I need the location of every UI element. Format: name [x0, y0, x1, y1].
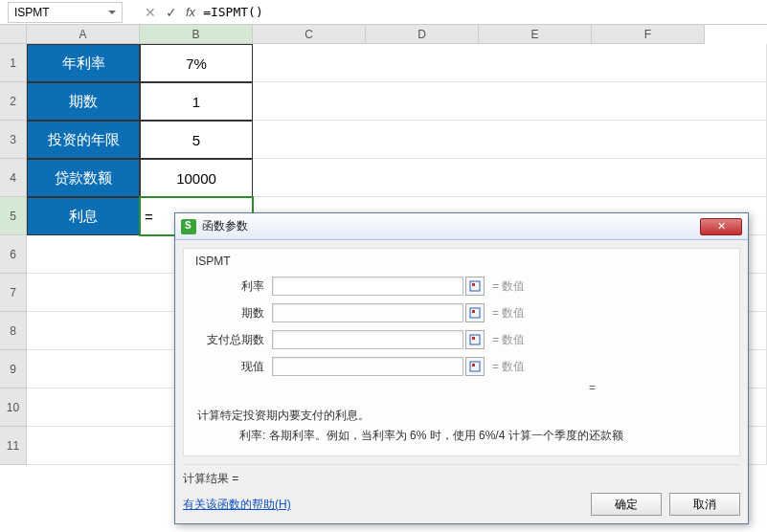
row-header-11[interactable]: 11 [0, 427, 27, 465]
cell-A5[interactable]: 利息 [27, 197, 140, 235]
spreadsheet-grid: A B C D E F [0, 25, 767, 44]
param-hint: = 数值 [492, 359, 525, 375]
param-label: 现值 [193, 359, 272, 375]
svg-rect-1 [472, 283, 475, 286]
cancel-button[interactable]: 取消 [669, 493, 740, 516]
cell-rest-4[interactable] [253, 159, 767, 197]
param-hint: = 数值 [492, 305, 525, 321]
accept-formula-icon[interactable]: ✓ [161, 5, 182, 20]
param-row: 利率= 数值 [193, 274, 730, 299]
col-header-C[interactable]: C [253, 25, 366, 44]
range-selector-icon[interactable] [465, 357, 485, 376]
cell-rest-2[interactable] [253, 82, 767, 121]
param-hint: = 数值 [492, 278, 525, 295]
param-input-0[interactable] [272, 277, 463, 296]
cell-A3[interactable]: 投资的年限 [27, 121, 140, 159]
cell-rest-3[interactable] [253, 121, 767, 159]
cell-A2[interactable]: 期数 [27, 82, 140, 121]
svg-rect-5 [472, 337, 475, 340]
help-link[interactable]: 有关该函数的帮助(H) [183, 497, 291, 513]
function-description: 计算特定投资期内要支付的利息。 [197, 408, 730, 424]
param-label: 利率 [193, 278, 272, 295]
cell-B2[interactable]: 1 [140, 82, 253, 121]
select-all-corner[interactable] [0, 25, 27, 44]
dialog-titlebar[interactable]: 函数参数 ✕ [175, 213, 748, 240]
cell-B3[interactable]: 5 [140, 121, 253, 159]
col-header-F[interactable]: F [592, 25, 705, 44]
row-header-9[interactable]: 9 [0, 350, 27, 388]
param-label: 支付总期数 [193, 332, 272, 348]
param-hint: = 数值 [492, 332, 525, 348]
row-header-1[interactable]: 1 [0, 44, 27, 82]
row-header-3[interactable]: 3 [0, 121, 27, 159]
row-header-4[interactable]: 4 [0, 159, 27, 197]
col-header-A[interactable]: A [27, 25, 140, 44]
param-input-2[interactable] [272, 330, 463, 349]
param-description: 利率: 各期利率。例如，当利率为 6% 时，使用 6%/4 计算一个季度的还款额 [239, 428, 730, 444]
col-header-D[interactable]: D [366, 25, 479, 44]
ok-button[interactable]: 确定 [591, 493, 662, 516]
param-label: 期数 [193, 305, 272, 321]
row-header-2[interactable]: 2 [0, 82, 27, 121]
cell-A4[interactable]: 贷款数额 [27, 159, 140, 197]
cell-B1[interactable]: 7% [140, 44, 253, 82]
close-icon[interactable]: ✕ [700, 218, 742, 235]
fx-icon[interactable]: fx [186, 5, 195, 19]
param-input-1[interactable] [272, 303, 463, 322]
row-header-7[interactable]: 7 [0, 274, 27, 312]
name-box[interactable]: ISPMT [8, 2, 123, 23]
param-row: 现值= 数值 [193, 354, 730, 379]
svg-rect-3 [472, 310, 475, 313]
function-name-label: ISPMT [193, 255, 730, 268]
range-selector-icon[interactable] [465, 303, 485, 322]
function-arguments-dialog: 函数参数 ✕ ISPMT 利率= 数值期数= 数值支付总期数= 数值现值= 数值… [174, 212, 749, 524]
col-header-B[interactable]: B [140, 25, 253, 44]
formula-input[interactable]: =ISPMT() [199, 5, 767, 19]
app-icon [181, 219, 196, 234]
param-row: 支付总期数= 数值 [193, 327, 730, 352]
cell-A1[interactable]: 年利率 [27, 44, 140, 82]
row-header-6[interactable]: 6 [0, 235, 27, 274]
param-input-3[interactable] [272, 357, 463, 376]
param-row: 期数= 数值 [193, 300, 730, 325]
cell-rest-1[interactable] [253, 44, 767, 82]
range-selector-icon[interactable] [465, 330, 485, 349]
cancel-formula-icon[interactable]: ✕ [140, 5, 161, 20]
svg-rect-7 [472, 364, 475, 366]
intermediate-result: = [193, 381, 730, 400]
formula-bar-row: ISPMT ✕ ✓ fx =ISPMT() [0, 0, 767, 25]
calc-result-label: 计算结果 = [183, 464, 740, 487]
row-header-10[interactable]: 10 [0, 388, 27, 427]
col-header-E[interactable]: E [479, 25, 592, 44]
row-header-5[interactable]: 5 [0, 197, 27, 235]
cell-B4[interactable]: 10000 [140, 159, 253, 197]
row-header-8[interactable]: 8 [0, 312, 27, 350]
dialog-title: 函数参数 [202, 218, 700, 234]
range-selector-icon[interactable] [465, 277, 485, 296]
